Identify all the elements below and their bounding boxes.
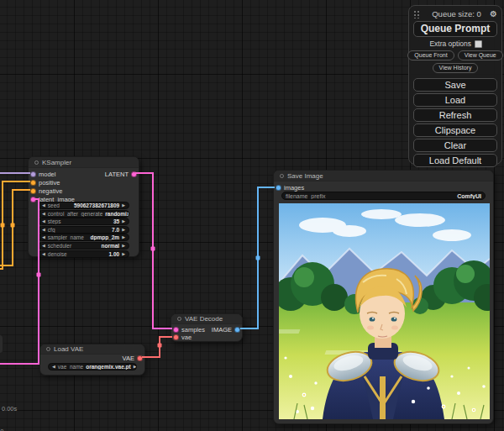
widget-value: orangemix.vae.pt — [86, 364, 130, 370]
view-history-button[interactable]: View History — [433, 63, 479, 73]
increment-icon[interactable]: ▶ — [122, 244, 125, 248]
widget-label: denoise — [48, 251, 67, 257]
widget-value: 1.00 — [108, 251, 119, 257]
prev-option-icon[interactable]: ◀ — [52, 365, 55, 369]
node-title: Load VAE — [54, 345, 83, 353]
node-save-image[interactable]: Save Image images filename_prefix ComfyU… — [273, 170, 494, 424]
input-positive[interactable]: positive — [30, 178, 60, 187]
drag-handle-icon[interactable] — [413, 10, 420, 18]
widget-steps[interactable]: ◀ steps 35 ▶ — [38, 218, 129, 225]
widget-value: randomize — [105, 211, 129, 217]
widget-value: 7.0 — [112, 227, 119, 233]
decrement-icon[interactable]: ◀ — [42, 219, 45, 223]
widget-label: sampler_name — [48, 234, 84, 240]
input-negative[interactable]: negative — [30, 187, 62, 195]
node-title: Save Image — [287, 172, 323, 180]
load-button[interactable]: Load — [413, 93, 497, 107]
refresh-button[interactable]: Refresh — [413, 108, 497, 122]
slot-dot-latent-out[interactable] — [131, 171, 137, 177]
slot-dot-positive[interactable] — [30, 180, 36, 186]
input-samples[interactable]: samples — [173, 325, 205, 334]
node-collapse-icon[interactable] — [177, 317, 181, 321]
node-title: VAE Decode — [185, 315, 223, 323]
slot-dot-model[interactable] — [30, 171, 36, 177]
input-label: positive — [39, 179, 60, 187]
widget-label: filename_prefix — [286, 193, 325, 199]
decrement-icon[interactable]: ◀ — [42, 203, 45, 208]
queue-prompt-button[interactable]: Queue Prompt — [413, 21, 497, 37]
node-collapse-icon[interactable] — [34, 160, 39, 165]
increment-icon[interactable]: ▶ — [122, 219, 125, 223]
increment-icon[interactable]: ▶ — [122, 203, 125, 208]
widget-label: scheduler — [48, 243, 71, 249]
input-label: samples — [181, 326, 205, 334]
widget-seed[interactable]: ◀ seed 590627382671809 ▶ — [38, 202, 129, 209]
comfyui-canvas[interactable]: KSampler model LATENT positive negative … — [0, 0, 504, 431]
gear-icon[interactable]: ⚙ — [490, 10, 497, 18]
increment-icon[interactable]: ▶ — [122, 252, 125, 256]
link-negative — [0, 190, 30, 265]
widget-cfg[interactable]: ◀ cfg 7.0 ▶ — [38, 226, 129, 234]
node-ksampler[interactable]: KSampler model LATENT positive negative … — [28, 156, 139, 257]
slot-dot-negative[interactable] — [30, 188, 36, 194]
output-image[interactable]: IMAGE — [212, 325, 240, 334]
slot-dot-samples[interactable] — [173, 327, 179, 333]
output-label: VAE — [123, 355, 134, 362]
offscreen-node-edge — [0, 334, 3, 354]
decrement-icon[interactable]: ◀ — [42, 244, 45, 248]
input-images[interactable]: images — [276, 183, 304, 192]
extra-options-checkbox[interactable] — [475, 40, 482, 48]
widget-label: control_after_generate — [48, 211, 102, 217]
view-queue-button[interactable]: View Queue — [458, 50, 503, 60]
queue-size-label: Queue size: 0 — [423, 9, 490, 18]
widget-vae-name[interactable]: ◀ vae_name orangemix.vae.pt ▶ — [48, 363, 137, 371]
queue-front-button[interactable]: Queue Front — [407, 50, 454, 60]
link-latent-to-samples — [135, 173, 172, 329]
node-collapse-icon[interactable] — [46, 347, 50, 351]
render-stats-overlay: T: 0.00s I: 0 N: 15 [5] V: 30 FPS:142.88 — [0, 390, 29, 431]
slot-dot-images[interactable] — [276, 185, 281, 191]
widget-control-after-generate[interactable]: ◀ control_after_generate randomize ▶ — [38, 210, 129, 218]
slot-dot-latent-in[interactable] — [30, 197, 36, 202]
output-latent[interactable]: LATENT — [105, 170, 137, 178]
input-label: images — [284, 184, 304, 192]
clipspace-button[interactable]: Clipspace — [413, 124, 497, 137]
widget-filename-prefix[interactable]: filename_prefix ComfyUI — [281, 192, 486, 200]
node-collapse-icon[interactable] — [280, 174, 284, 178]
load-default-button[interactable]: Load Default — [413, 154, 497, 167]
decrement-icon[interactable]: ◀ — [42, 235, 45, 239]
slot-dot-vae-out[interactable] — [137, 355, 143, 361]
widget-value: ComfyUI — [457, 193, 481, 199]
slot-dot-image-out[interactable] — [234, 327, 240, 333]
decrement-icon[interactable]: ◀ — [42, 252, 45, 256]
decrement-icon[interactable]: ◀ — [42, 228, 45, 232]
increment-icon[interactable]: ▶ — [122, 235, 125, 239]
node-load-vae[interactable]: Load VAE VAE ◀ vae_name orangemix.vae.pt… — [39, 344, 145, 376]
output-vae[interactable]: VAE — [123, 354, 143, 362]
next-option-icon[interactable]: ▶ — [134, 365, 137, 369]
widget-value: dpmpp_2m — [90, 234, 119, 240]
increment-icon[interactable]: ▶ — [122, 228, 125, 232]
widget-scheduler[interactable]: ◀ scheduler normal ▶ — [38, 242, 129, 250]
extra-options-label: Extra options — [429, 39, 471, 48]
decrement-icon[interactable]: ◀ — [42, 212, 45, 216]
node-vae-decode[interactable]: VAE Decode samples IMAGE vae — [171, 313, 243, 342]
input-vae[interactable]: vae — [173, 334, 192, 342]
widget-value: normal — [101, 243, 119, 249]
node-title-bar[interactable]: VAE Decode — [171, 314, 242, 324]
clear-button[interactable]: Clear — [413, 139, 497, 152]
widget-denoise[interactable]: ◀ denoise 1.00 ▶ — [38, 250, 129, 258]
widget-label: steps — [48, 218, 61, 224]
input-label: model — [39, 171, 55, 178]
stat-line: T: 0.00s — [0, 405, 29, 413]
output-label: LATENT — [105, 171, 129, 178]
link-vae — [142, 337, 172, 357]
save-button[interactable]: Save — [413, 78, 497, 92]
widget-sampler-name[interactable]: ◀ sampler_name dpmpp_2m ▶ — [38, 234, 129, 241]
node-title-bar[interactable]: Save Image — [274, 171, 493, 181]
input-model[interactable]: model — [30, 170, 55, 178]
slot-dot-vae-in[interactable] — [173, 334, 179, 340]
widget-value: 35 — [113, 218, 119, 224]
node-title-bar[interactable]: KSampler — [29, 157, 139, 168]
input-label: vae — [181, 334, 192, 341]
